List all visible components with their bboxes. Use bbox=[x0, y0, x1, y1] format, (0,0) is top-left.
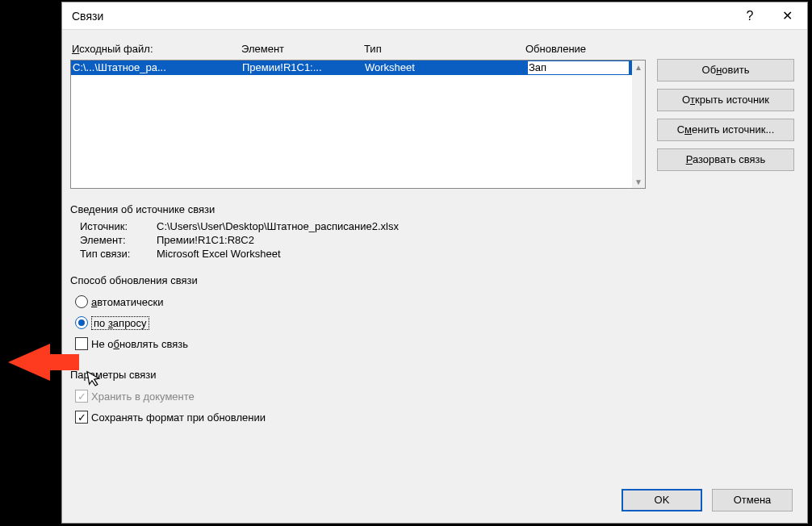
ok-button[interactable]: OK bbox=[622, 489, 702, 511]
cell-source: C:\...\Штатное_ра... bbox=[73, 61, 242, 74]
checkbox-no-update[interactable] bbox=[75, 337, 88, 350]
cell-type: Worksheet bbox=[365, 61, 526, 74]
list-headers: Исходный файл: Элемент Тип Обновление bbox=[70, 40, 646, 60]
info-type-value: Microsoft Excel Worksheet bbox=[157, 248, 794, 260]
list-row[interactable]: C:\...\Штатное_ра... Премии!R1C1:... Wor… bbox=[71, 61, 632, 75]
checkbox-preserve-format[interactable]: ✓ bbox=[75, 411, 88, 424]
close-button[interactable]: ✕ bbox=[768, 3, 806, 29]
radio-auto[interactable] bbox=[75, 295, 88, 308]
checkbox-store-in-doc-label: Хранить в документе bbox=[91, 390, 195, 403]
radio-auto-label: автоматически bbox=[91, 296, 163, 308]
scroll-track[interactable] bbox=[632, 73, 645, 175]
titlebar: Связи ? ✕ bbox=[62, 2, 807, 30]
scrollbar[interactable]: ▲ ▼ bbox=[632, 61, 645, 188]
cell-update: Зап bbox=[526, 61, 630, 74]
help-button[interactable]: ? bbox=[731, 3, 768, 29]
cancel-button[interactable]: Отмена bbox=[712, 489, 793, 511]
cell-element: Премии!R1C1:... bbox=[242, 61, 365, 74]
info-element-value: Премии!R1C1:R8C2 bbox=[157, 234, 794, 246]
scroll-down-icon[interactable]: ▼ bbox=[632, 175, 645, 188]
checkbox-no-update-label: Не обновлять связь bbox=[91, 338, 188, 350]
open-source-button[interactable]: Открыть источник bbox=[657, 89, 794, 111]
col-element: Элемент bbox=[241, 43, 364, 55]
col-type: Тип bbox=[364, 43, 525, 55]
checkbox-preserve-format-label: Сохранять формат при обновлении bbox=[91, 411, 266, 424]
scroll-up-icon[interactable]: ▲ bbox=[632, 61, 645, 73]
radio-on-request[interactable] bbox=[75, 316, 88, 329]
break-link-button[interactable]: Разорвать связь bbox=[657, 148, 794, 171]
info-section-title: Сведения об источнике связи bbox=[70, 203, 794, 215]
checkbox-store-in-doc: ✓ bbox=[75, 390, 88, 403]
col-update: Обновление bbox=[525, 43, 644, 55]
update-button[interactable]: Обновить bbox=[657, 59, 794, 81]
params-section-title: Параметры связи bbox=[70, 369, 794, 381]
info-source-label: Источник: bbox=[80, 220, 157, 232]
info-type-label: Тип связи: bbox=[80, 248, 157, 260]
radio-on-request-label: по запросу bbox=[91, 316, 149, 330]
dialog-title: Связи bbox=[72, 10, 731, 23]
links-listbox[interactable]: C:\...\Штатное_ра... Премии!R1C1:... Wor… bbox=[70, 60, 646, 189]
col-source: Исходный файл: bbox=[72, 43, 241, 55]
update-section-title: Способ обновления связи bbox=[70, 274, 794, 286]
info-element-label: Элемент: bbox=[80, 234, 157, 246]
change-source-button[interactable]: Сменить источник... bbox=[657, 119, 794, 141]
info-source-value: C:\Users\User\Desktop\Штатное_расписание… bbox=[157, 220, 794, 232]
links-dialog: Связи ? ✕ Исходный файл: Элемент Тип Обн… bbox=[61, 2, 808, 524]
